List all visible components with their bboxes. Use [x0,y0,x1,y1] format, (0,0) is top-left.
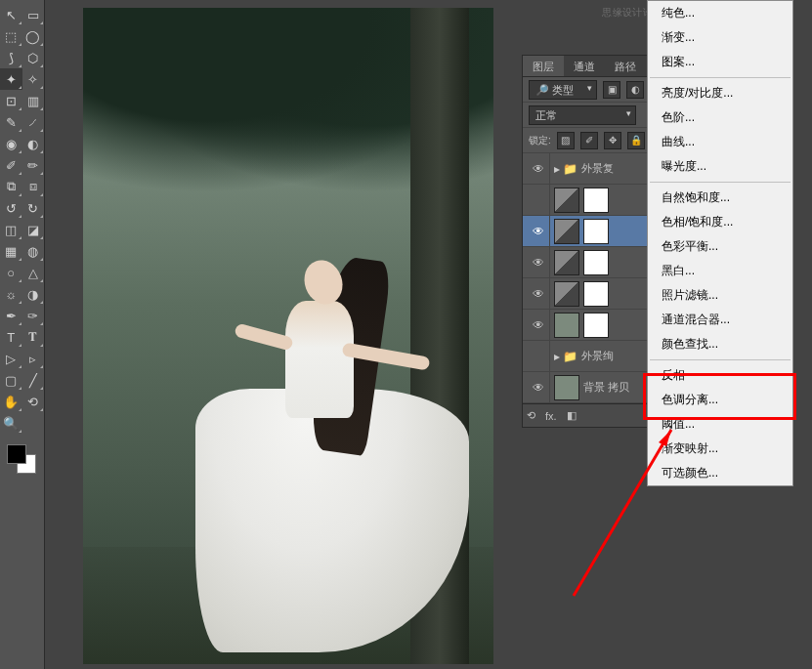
pencil-tool[interactable]: ✏ [22,154,45,176]
freeform-pen-tool[interactable]: ✑ [22,305,45,326]
menu-item[interactable]: 颜色查找... [648,332,792,356]
patch-tool[interactable]: ◐ [22,133,45,154]
menu-item[interactable]: 自然饱和度... [648,186,792,210]
link-layers-icon[interactable]: ⟲ [527,409,535,422]
layer-fx-icon[interactable]: fx. [545,410,557,422]
visibility-toggle[interactable] [527,341,550,371]
sharpen-tool[interactable]: △ [22,262,45,283]
layer-mask-thumbnail[interactable] [583,219,609,244]
menu-item[interactable]: 照片滤镜... [648,283,792,308]
photo-arm-left [234,322,294,351]
menu-item[interactable]: 色彩平衡... [648,234,792,259]
tab-channels[interactable]: 通道 [564,56,605,76]
visibility-toggle[interactable] [527,185,550,215]
tab-layers[interactable]: 图层 [523,56,564,76]
layer-mask-thumbnail[interactable] [583,250,609,275]
menu-item[interactable]: 反相 [648,363,792,388]
layer-mask-thumbnail[interactable] [583,313,609,338]
rotate-view-tool[interactable]: ⟲ [22,391,45,412]
zoom-tool[interactable]: 🔍 [0,412,22,434]
line-tool[interactable]: ╱ [22,369,45,391]
layer-mask-icon[interactable]: ◧ [567,409,577,422]
eyedropper-tool[interactable]: ✎ [0,111,22,133]
layer-thumbnail[interactable] [554,313,579,338]
menu-separator [650,77,791,78]
visibility-toggle[interactable]: 👁 [527,310,550,340]
shape-tool[interactable]: ▢ [0,369,22,391]
foreground-color-swatch[interactable] [7,444,26,464]
eraser-tool[interactable]: ◫ [0,219,22,240]
visibility-toggle[interactable]: 👁 [527,216,550,246]
ruler-tool[interactable]: ⟋ [22,111,45,133]
visibility-toggle[interactable]: 👁 [527,247,550,277]
poly-lasso-tool[interactable]: ⬡ [22,47,45,68]
slice-tool[interactable]: ▥ [22,90,45,111]
ellipse-marquee-tool[interactable]: ◯ [22,25,45,47]
menu-item[interactable]: 色相/饱和度... [648,210,792,234]
layer-mask-thumbnail[interactable] [583,281,609,307]
filter-pixel-icon[interactable]: ▣ [603,81,620,99]
spot-heal-tool[interactable]: ◉ [0,133,22,154]
layer-filter-dropdown[interactable]: 🔎 类型 [529,80,597,100]
folder-icon: ▸ 📁 [554,350,577,363]
photo-subject [225,252,459,648]
menu-item[interactable]: 阈值... [648,412,792,437]
history-brush-tool[interactable]: ↺ [0,197,22,219]
visibility-toggle[interactable]: 👁 [527,372,550,402]
quick-select-tool[interactable]: ✧ [22,68,45,90]
menu-item[interactable]: 渐变映射... [648,437,792,461]
lock-transparent-icon[interactable]: ▨ [557,132,575,149]
magic-wand-tool[interactable]: ✦ [0,68,22,90]
menu-item[interactable]: 图案... [648,50,792,74]
spacer-tool[interactable] [22,412,45,434]
layer-thumbnail[interactable] [554,188,579,213]
blur-tool[interactable]: ○ [0,262,22,283]
menu-item[interactable]: 黑白... [648,259,792,283]
layer-thumbnail[interactable] [554,375,579,400]
burn-tool[interactable]: ◑ [22,283,45,305]
tab-paths[interactable]: 路径 [605,56,646,76]
layer-mask-thumbnail[interactable] [583,188,609,213]
menu-item[interactable]: 通道混合器... [648,308,792,332]
lock-pixels-icon[interactable]: ✐ [580,132,598,149]
canvas[interactable] [83,8,493,664]
menu-item[interactable]: 色阶... [648,105,792,130]
path-select-tool[interactable]: ▷ [0,348,22,369]
filter-adj-icon[interactable]: ◐ [626,81,644,99]
dodge-tool[interactable]: ☼ [0,283,22,305]
pen-tool[interactable]: ✒ [0,305,22,326]
bg-eraser-tool[interactable]: ◪ [22,219,45,240]
menu-item[interactable]: 可选颜色... [648,461,792,485]
artboard-tool[interactable]: ▭ [22,4,45,25]
menu-item[interactable]: 曲线... [648,130,792,154]
rect-marquee-tool[interactable]: ⬚ [0,25,22,47]
type-tool[interactable]: T [0,326,22,348]
visibility-toggle[interactable]: 👁 [527,153,550,184]
lock-label: 锁定: [529,134,551,147]
art-history-tool[interactable]: ↻ [22,197,45,219]
lock-position-icon[interactable]: ✥ [604,132,621,149]
brush-tool[interactable]: ✐ [0,154,22,176]
clone-tool[interactable]: ⧉ [0,176,22,197]
crop-tool[interactable]: ⊡ [0,90,22,111]
move-tool[interactable]: ↖ [0,4,22,25]
menu-separator [650,359,791,360]
gradient-tool[interactable]: ▦ [0,240,22,262]
layer-thumbnail[interactable] [554,219,579,244]
menu-item[interactable]: 曝光度... [648,154,792,179]
layer-thumbnail[interactable] [554,281,579,307]
type-mask-tool[interactable]: 𝐓 [22,326,45,348]
direct-select-tool[interactable]: ▹ [22,348,45,369]
lasso-tool[interactable]: ⟆ [0,47,22,68]
lock-all-icon[interactable]: 🔒 [627,132,645,149]
paint-bucket-tool[interactable]: ◍ [22,240,45,262]
menu-item[interactable]: 色调分离... [648,388,792,412]
visibility-toggle[interactable]: 👁 [527,278,550,309]
layer-thumbnail[interactable] [554,250,579,275]
menu-item[interactable]: 亮度/对比度... [648,81,792,105]
menu-item[interactable]: 纯色... [648,1,792,25]
pattern-stamp-tool[interactable]: ⧈ [22,176,45,197]
menu-item[interactable]: 渐变... [648,25,792,50]
blend-mode-dropdown[interactable]: 正常 [529,105,636,125]
hand-tool[interactable]: ✋ [0,391,22,412]
